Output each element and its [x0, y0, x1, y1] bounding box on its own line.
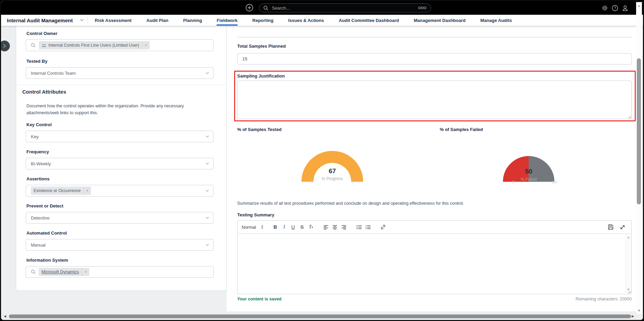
key-control-label: Key Control	[26, 122, 52, 127]
horizontal-scrollbar[interactable]: ◀ ▶	[2, 314, 636, 319]
align-center-button[interactable]	[331, 223, 339, 231]
tab-audit-committee-dashboard[interactable]: Audit Committee Dashboard	[339, 15, 399, 26]
vertical-scroll-thumb[interactable]	[637, 58, 641, 204]
control-details-card: Control Owner Internal Controls First Li…	[16, 26, 227, 291]
gear-icon[interactable]	[601, 5, 608, 11]
remove-tag-icon[interactable]: ×	[82, 268, 89, 276]
chevron-down-icon	[206, 163, 209, 165]
testing-summary-label: Testing Summary	[237, 212, 274, 217]
tab-reporting[interactable]: Reporting	[252, 15, 273, 26]
clear-format-x: x	[312, 225, 313, 229]
editor-scrollbar[interactable]: ▲ ▼	[625, 234, 631, 293]
align-right-button[interactable]	[340, 223, 348, 231]
frequency-label: Frequency	[26, 149, 49, 154]
nav-bar: Internal Audit Management Risk Assessmen…	[1, 15, 643, 26]
link-button[interactable]	[379, 223, 387, 231]
resize-grip-icon[interactable]	[628, 290, 631, 294]
control-owner-tag[interactable]: Internal Controls First Line Users (Limi…	[39, 41, 150, 49]
expand-editor-icon[interactable]	[618, 223, 626, 231]
control-owner-field[interactable]: Internal Controls First Line Users (Limi…	[26, 39, 214, 51]
frequency-select[interactable]: Bi-Weekly	[26, 158, 214, 169]
assertions-tag[interactable]: Existence or Occurrence ×	[31, 187, 91, 195]
ordered-list-button[interactable]	[364, 223, 372, 231]
information-system-tag[interactable]: Microsoft Dynamics ×	[39, 268, 89, 276]
editor-toolbar: Normal B I U S Tx	[238, 221, 631, 234]
key-control-select[interactable]: Key	[26, 131, 214, 142]
horizontal-scroll-thumb[interactable]	[9, 314, 631, 318]
total-samples-input[interactable]	[237, 53, 632, 64]
italic-button[interactable]: I	[280, 223, 288, 231]
scroll-left-icon[interactable]: ◀	[4, 314, 6, 318]
clear-format-button[interactable]: Tx	[307, 223, 315, 231]
tab-audit-plan[interactable]: Audit Plan	[146, 15, 168, 26]
remaining-characters: Remaining characters: 20000	[576, 297, 632, 301]
tab-issues-actions[interactable]: Issues & Actions	[288, 15, 324, 26]
selected-value: Key	[31, 134, 38, 139]
scroll-down-icon[interactable]: ▼	[636, 309, 642, 312]
search-input[interactable]	[271, 5, 418, 11]
add-icon[interactable]	[245, 4, 253, 12]
scroll-up-icon[interactable]: ▲	[626, 236, 631, 239]
chevron-down-icon	[206, 244, 209, 246]
samples-failed-gauge: 50 % Failed 0 100	[503, 156, 554, 187]
chevron-down-icon	[206, 190, 209, 192]
group-icon	[42, 44, 46, 47]
topbar: ?	[1, 1, 643, 15]
tested-by-label: Tested By	[26, 59, 47, 64]
app-title[interactable]: Internal Audit Management	[7, 15, 73, 26]
tab-planning[interactable]: Planning	[183, 15, 202, 26]
search-icon	[263, 5, 268, 11]
chevron-down-icon[interactable]	[80, 19, 84, 21]
assertions-select[interactable]: Existence or Occurrence ×	[26, 185, 214, 197]
help-icon[interactable]: ?	[612, 5, 618, 11]
user-icon[interactable]	[622, 5, 629, 11]
tab-manage-audits[interactable]: Manage Audits	[480, 15, 512, 26]
chevron-down-icon	[206, 135, 209, 138]
section-divider	[16, 85, 226, 85]
tab-risk-assessment[interactable]: Risk Assessment	[95, 15, 131, 26]
nav-tabs: Risk Assessment Audit Plan Planning Fiel…	[95, 15, 512, 26]
global-search[interactable]	[259, 3, 431, 12]
gauge-min-tick: 0	[503, 180, 524, 184]
vertical-scrollbar[interactable]: ▲ ▼	[636, 2, 642, 314]
paragraph-style-select[interactable]: Normal	[242, 225, 264, 230]
saved-message: Your content is saved	[237, 297, 281, 301]
editor-body[interactable]: ▲ ▼	[238, 234, 631, 293]
tag-label: Existence or Occurrence	[34, 188, 81, 193]
selected-value: Manual	[31, 242, 46, 248]
editor-status-row: Your content is saved Remaining characte…	[237, 297, 632, 301]
information-system-label: Information System	[26, 258, 68, 263]
paragraph-style-value: Normal	[242, 225, 256, 230]
search-icon	[31, 43, 36, 48]
automated-control-select[interactable]: Manual	[26, 239, 214, 251]
information-system-field[interactable]: Microsoft Dynamics ×	[26, 266, 214, 278]
bullet-list-button[interactable]	[355, 223, 363, 231]
control-attributes-description: Document how the control operates within…	[26, 103, 200, 116]
sampling-justification-textarea[interactable]	[237, 81, 632, 119]
samples-tested-gauge: 67 In Progress 0 1	[301, 151, 363, 185]
tab-management-dashboard[interactable]: Management Dashboard	[414, 15, 465, 26]
underline-button[interactable]: U	[289, 223, 297, 231]
summary-instruction: Summarize results of all test procedures…	[237, 200, 615, 207]
save-icon[interactable]	[607, 223, 615, 231]
chevron-down-icon	[206, 72, 209, 74]
search-icon	[31, 270, 36, 274]
tested-by-select[interactable]: Internal Controls Team	[26, 67, 214, 79]
remove-tag-icon[interactable]: ×	[142, 41, 150, 49]
tag-label[interactable]: Microsoft Dynamics	[42, 270, 79, 274]
samples-tested-label: % of Samples Tested	[237, 127, 281, 132]
gauge-value: 50	[503, 168, 554, 175]
panel-expand-button[interactable]	[0, 40, 10, 51]
align-left-button[interactable]	[322, 223, 330, 231]
prevent-or-detect-select[interactable]: Detective	[26, 212, 214, 224]
tab-fieldwork[interactable]: Fieldwork	[217, 15, 238, 26]
strikethrough-button[interactable]: S	[298, 223, 306, 231]
testing-summary-editor: Normal B I U S Tx	[237, 220, 632, 294]
scroll-right-icon[interactable]: ▶	[632, 314, 634, 318]
tag-label: Internal Controls First Line Users (Limi…	[48, 43, 139, 48]
automated-control-label: Automated Control	[26, 230, 67, 236]
scroll-up-icon[interactable]: ▲	[636, 4, 642, 8]
bold-button[interactable]: B	[271, 223, 279, 231]
remove-tag-icon[interactable]: ×	[83, 187, 91, 195]
search-options-icon[interactable]	[418, 6, 427, 10]
